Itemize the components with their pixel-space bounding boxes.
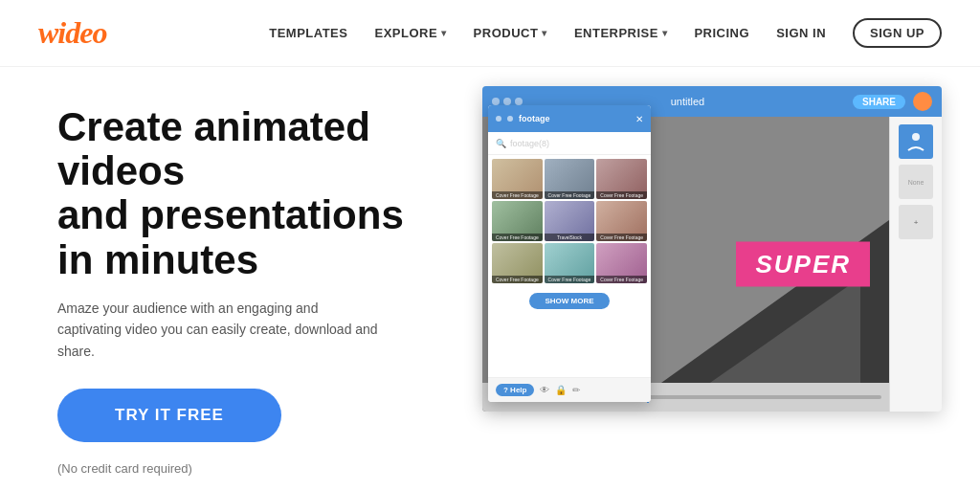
- media-thumbnail[interactable]: Cover Free Footage: [492, 159, 543, 199]
- thumbnail-label: Cover Free Footage: [596, 234, 647, 241]
- dot-icon: [503, 98, 511, 105]
- media-thumbnail[interactable]: Cover Free Footage: [492, 243, 543, 283]
- window-controls: [492, 98, 523, 105]
- nav-templates[interactable]: TEMPLATES: [269, 26, 347, 40]
- dot-icon: [492, 98, 500, 105]
- hero-subtext: Amaze your audience with an engaging and…: [57, 298, 383, 362]
- thumbnail-label: Cover Free Footage: [596, 276, 647, 283]
- media-thumbnail[interactable]: TravelStock: [545, 201, 595, 241]
- chevron-down-icon: ▾: [441, 28, 447, 38]
- thumbnail-label: Cover Free Footage: [596, 191, 647, 199]
- sign-in-button[interactable]: SIGN IN: [776, 26, 826, 40]
- media-thumbnail[interactable]: Cover Free Footage: [545, 159, 595, 199]
- eye-icon: 👁: [540, 385, 549, 395]
- media-footer: ? Help 👁 🔒 ✏: [488, 377, 651, 402]
- show-more-button[interactable]: SHOW MORE: [529, 293, 609, 309]
- character-icon[interactable]: [899, 124, 933, 159]
- character-svg: [906, 131, 925, 152]
- search-icon: 🔍: [496, 139, 506, 148]
- hero-section: Create animated videos and presentations…: [0, 67, 980, 490]
- share-button[interactable]: SHARE: [853, 95, 905, 109]
- close-icon[interactable]: ✕: [635, 114, 643, 124]
- lock-icon: 🔒: [555, 385, 567, 395]
- hero-right: untitled SHARE SUPER: [488, 86, 942, 450]
- none-label: None: [899, 165, 933, 199]
- element-icon[interactable]: +: [899, 205, 933, 239]
- dot-icon: [515, 98, 523, 105]
- help-button[interactable]: ? Help: [496, 384, 534, 396]
- media-search-bar[interactable]: 🔍 footage(8): [488, 132, 651, 155]
- hero-left: Create animated videos and presentations…: [57, 96, 459, 476]
- media-thumbnail[interactable]: Cover Free Footage: [492, 201, 543, 241]
- media-panel: footage ✕ 🔍 footage(8) Cover Free Footag…: [488, 105, 651, 402]
- media-thumbnail[interactable]: Cover Free Footage: [596, 201, 647, 241]
- media-thumbnail[interactable]: Cover Free Footage: [596, 243, 647, 283]
- media-thumbnail[interactable]: Cover Free Footage: [545, 243, 595, 283]
- search-placeholder-text: footage(8): [510, 139, 549, 148]
- nav-enterprise[interactable]: ENTERPRISE ▾: [574, 26, 668, 40]
- app-mockup: untitled SHARE SUPER: [488, 86, 942, 450]
- thumbnail-label: TravelStock: [545, 234, 595, 241]
- header: wideo TEMPLATES EXPLORE ▾ PRODUCT ▾ ENTE…: [0, 0, 980, 67]
- thumbnail-label: Cover Free Footage: [545, 276, 595, 283]
- super-text-bar: SUPER: [736, 242, 870, 287]
- nav-pricing[interactable]: PRICING: [694, 26, 749, 40]
- thumbnail-label: Cover Free Footage: [545, 191, 595, 199]
- thumbnail-label: Cover Free Footage: [492, 191, 543, 199]
- edit-icon: ✏: [572, 385, 580, 395]
- nav-explore[interactable]: EXPLORE ▾: [374, 26, 446, 40]
- chevron-down-icon: ▾: [542, 28, 547, 38]
- logo[interactable]: wideo: [38, 15, 106, 51]
- media-panel-header: footage ✕: [488, 105, 651, 132]
- nav-product[interactable]: PRODUCT ▾: [474, 26, 547, 40]
- try-it-free-button[interactable]: TRY IT FREE: [57, 389, 281, 442]
- media-thumbnail[interactable]: Cover Free Footage: [596, 159, 647, 199]
- main-nav: TEMPLATES EXPLORE ▾ PRODUCT ▾ ENTERPRISE…: [269, 18, 942, 48]
- media-panel-title: footage: [519, 114, 550, 123]
- editor-right-sidebar: None +: [889, 117, 942, 412]
- hero-headline: Create animated videos and presentations…: [57, 105, 459, 282]
- show-more-container: SHOW MORE: [488, 293, 651, 309]
- panel-dot: [507, 116, 513, 122]
- media-grid: Cover Free FootageCover Free FootageCove…: [488, 155, 651, 287]
- chevron-down-icon: ▾: [662, 28, 668, 38]
- canvas-super-label: SUPER: [755, 250, 851, 278]
- thumbnail-label: Cover Free Footage: [492, 276, 543, 283]
- user-avatar: [913, 92, 932, 111]
- svg-point-0: [912, 133, 920, 141]
- thumbnail-label: Cover Free Footage: [492, 234, 543, 241]
- panel-dot: [496, 116, 501, 122]
- sign-up-button[interactable]: SIGN UP: [853, 18, 942, 48]
- no-credit-text: (No credit card required): [57, 461, 459, 476]
